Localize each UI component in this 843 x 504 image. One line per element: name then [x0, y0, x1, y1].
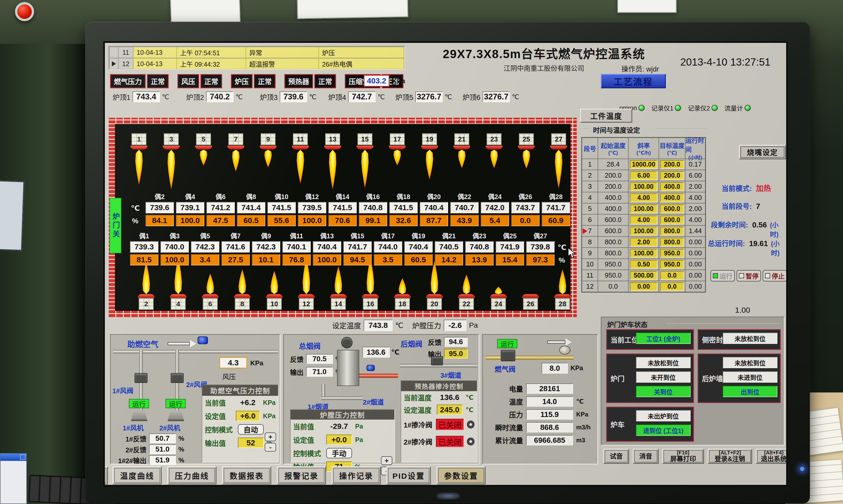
preheat-current-value: 136.6	[437, 393, 463, 402]
control-set-value[interactable]: +6.0	[236, 411, 260, 421]
increment-button[interactable]: +	[381, 456, 392, 465]
schedule-editable-value[interactable]: 100.00	[630, 204, 658, 213]
valve-gear-icon[interactable]	[467, 420, 474, 428]
gas-pressure-value: 403.2	[364, 75, 390, 87]
setting-label: 当前段号:	[685, 201, 752, 211]
air-valve-2-icon[interactable]	[171, 373, 184, 383]
schedule-editable-value[interactable]: 200.0	[660, 160, 684, 169]
schedule-editable-value[interactable]: 2.00	[630, 238, 658, 247]
flue-valve-icon[interactable]	[341, 337, 353, 348]
gas-valve-icon[interactable]	[501, 350, 515, 361]
tab-2[interactable]: 压力曲线	[167, 466, 216, 484]
control-mode-button[interactable]: 自动	[238, 424, 264, 434]
air-pressure-control: 助燃空气压力控制 当前值+6.2KPa设定值+6.0KPa控制模式自动输出值52…	[202, 384, 279, 463]
status-ok-icon	[745, 105, 751, 111]
run-state-button[interactable]: 暂停	[737, 270, 761, 282]
schedule-editable-value[interactable]: 0.0	[660, 282, 684, 291]
setpoint-strip: 设定温度 743.8 ℃ 炉膛压力 -2.6 Pa	[105, 320, 577, 332]
schedule-header: 段号起始温度(℃)斜率(℃/h)目标温度(℃)运行时间(小时)	[582, 138, 705, 159]
schedule-editable-value[interactable]: 100.00	[630, 227, 658, 235]
door-status-item: 未放松到位	[723, 332, 777, 344]
preheat-label: 设定温度	[404, 405, 437, 415]
schedule-editable-value[interactable]: 800.0	[660, 238, 684, 247]
system-button[interactable]: [F10]屏幕打印	[662, 449, 704, 464]
burner-setting-button[interactable]: 烧嘴设定	[739, 145, 786, 159]
tab-4[interactable]: 报警记录	[277, 466, 326, 484]
thermocouple-name: 偶22	[450, 192, 479, 201]
schedule-editable-value[interactable]: 950.0	[660, 249, 684, 258]
flame-icon	[398, 278, 407, 294]
door-status-label: 侧密封	[702, 335, 723, 345]
thermocouple-readout: 偶15741.794.5	[343, 231, 372, 266]
flame-icon	[494, 287, 503, 294]
control-mode-button[interactable]: 手动	[326, 448, 352, 458]
schedule-editable-value[interactable]: 600.0	[660, 216, 684, 224]
tab-1[interactable]: 温度曲线	[113, 466, 162, 484]
led-icon	[713, 273, 718, 278]
valve-gear-icon[interactable]	[467, 438, 474, 445]
schedule-editable-value[interactable]: 100.00	[630, 182, 658, 191]
schedule-editable-value[interactable]: 0.00	[630, 282, 658, 291]
preheat-set-value[interactable]: 245.0	[437, 404, 463, 415]
thermocouple-readout: 偶1739.381.5	[130, 231, 158, 266]
run-state-button[interactable]: 运行	[711, 270, 735, 282]
schedule-editable-value[interactable]: 800.0	[660, 227, 684, 235]
schedule-editable-value[interactable]: 6.00	[630, 171, 658, 180]
door-status-item: 进到位 (工位1)	[636, 425, 690, 436]
control-set-value[interactable]: 52	[238, 438, 264, 448]
schedule-editable-value[interactable]: 950.0	[660, 260, 684, 269]
tab-6[interactable]: PID设置	[387, 466, 431, 484]
system-button[interactable]: [ALT+F2]登录&注销	[708, 449, 752, 464]
schedule-editable-value[interactable]: 100.00	[630, 249, 658, 258]
tab-7[interactable]: 参数设置	[436, 466, 486, 484]
alarm-row[interactable]: 1110-04-13上午 07:54:51异常炉压	[109, 47, 404, 58]
schedule-editable-value[interactable]: 4.00	[630, 193, 658, 202]
alarm-row[interactable]: 1210-04-13上午 09:44:32超温报警26#热电偶	[109, 58, 404, 69]
increment-button[interactable]: +	[265, 432, 276, 441]
schedule-editable-value[interactable]: 0.50	[630, 260, 658, 269]
control-label: 当前值	[293, 421, 326, 431]
tab-3[interactable]: 数据报表	[222, 466, 271, 484]
control-set-value[interactable]: +0.0	[326, 434, 352, 445]
fan-1-icon[interactable]	[131, 410, 147, 421]
duct-2-label: 2#烟道	[363, 397, 384, 407]
system-button[interactable]: 消音	[633, 449, 659, 464]
datetime: 2013-4-10 13:27:51	[680, 56, 770, 68]
decrement-button[interactable]: -	[265, 443, 276, 452]
alarm-type: 异常	[246, 47, 319, 58]
system-button[interactable]: 试音	[603, 449, 629, 464]
preheat-unit: ℃	[466, 394, 473, 401]
air-valve-1-icon[interactable]	[134, 373, 147, 383]
schedule-editable-value[interactable]: 400.0	[660, 193, 684, 202]
process-flow-button[interactable]: 工艺流程	[601, 74, 666, 88]
tab-5[interactable]: 操作记录	[331, 466, 381, 484]
schedule-editable-value[interactable]: 200.0	[660, 171, 684, 180]
schedule-editable-value[interactable]: 0.0	[660, 271, 684, 280]
fan-2-icon[interactable]	[168, 410, 184, 421]
control-row: 控制模式手动	[290, 446, 394, 460]
set-temp-label: 设定温度	[332, 320, 361, 330]
tab-partial[interactable]	[103, 466, 108, 484]
burner-cap	[298, 294, 315, 298]
device-status: 记录仪2	[688, 103, 717, 112]
run-state-button[interactable]: 停止	[763, 270, 787, 282]
schedule-cell: 4	[582, 192, 598, 203]
schedule-editable-value[interactable]: 400.0	[660, 182, 684, 191]
door-status-block: 炉门未放松到位未开到位关到位	[606, 354, 694, 403]
thermocouple-name: 偶27	[526, 231, 555, 240]
furnace-door-closed-tag: 炉门关	[109, 198, 121, 253]
flue-temp-value: 136.6	[362, 347, 390, 358]
status-indicator-label: 燃气压力	[110, 74, 146, 88]
schedule-editable-value[interactable]: 1000.00	[630, 160, 658, 169]
burner-cap	[259, 146, 276, 149]
top-temp-unit: ℃	[162, 93, 169, 101]
schedule-editable-value[interactable]: 500.00	[630, 271, 658, 280]
system-button[interactable]: [Alt+F4]退出系统	[756, 449, 788, 464]
schedule-editable-value[interactable]: 600.0	[660, 204, 684, 213]
workpiece-temp-button[interactable]: 工件温度	[580, 109, 632, 123]
schedule-editable-value[interactable]: 4.00	[630, 216, 658, 224]
device-status: 记录仪1	[651, 103, 681, 112]
thermocouple-name: 偶8	[237, 192, 265, 201]
burner-cap	[362, 294, 379, 298]
rear-flue-valve-icon[interactable]	[431, 356, 443, 365]
